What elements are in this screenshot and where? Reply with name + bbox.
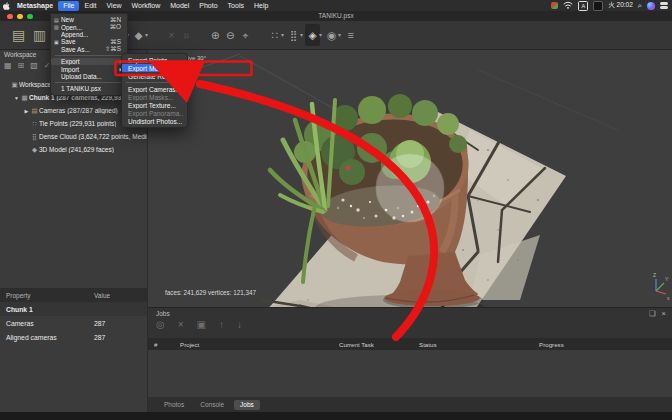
jobs-col-status: Status (413, 341, 533, 348)
export-submenu-item[interactable]: Export Model... (122, 64, 187, 72)
menubar-photo[interactable]: Photo (194, 1, 222, 11)
menu-item-shortcut: ⌘O (110, 23, 121, 31)
export-submenu-item[interactable]: Export Masks... (122, 93, 187, 101)
jobs-panel-title: Jobs (156, 310, 170, 317)
file-menu-item[interactable]: Save As... ⇧⌘S (51, 46, 127, 53)
open-folder-button[interactable]: ▥ (29, 24, 50, 46)
export-submenu-item[interactable]: Export Texture... (122, 101, 187, 109)
value-column-header: Value (94, 292, 110, 299)
file-menu-item[interactable]: Export ▶ (51, 58, 127, 65)
workspace-icon: ▣ (10, 81, 19, 89)
model-icon: ◆ (30, 146, 39, 154)
menu-item-label: Export Model... (128, 65, 183, 72)
menubar-clock[interactable]: 火 20:02 (608, 1, 633, 10)
menubar-app-name[interactable]: Metashape (12, 1, 58, 11)
dense-cloud-caret[interactable]: ▾ (298, 24, 305, 46)
menubar-workflow[interactable]: Workflow (127, 1, 166, 11)
menubar-view[interactable]: View (102, 1, 127, 11)
file-menu-item (55, 55, 123, 56)
import-button[interactable]: ▧ (30, 61, 38, 71)
navigation-trackball[interactable] (376, 154, 444, 222)
menu-item-icon: ▥ (54, 24, 61, 30)
property-value: 287 (94, 334, 105, 341)
tree-item[interactable]: ⣿ Dense Cloud (3,624,722 points, Medium … (0, 130, 147, 143)
zoom-in-button[interactable]: ⊕ (208, 24, 223, 46)
tree-expand-arrow[interactable]: ▼ (13, 95, 20, 101)
cancel-job-button[interactable]: × (178, 319, 184, 330)
file-menu-item[interactable]: Upload Data... (51, 73, 127, 80)
tree-expand-arrow[interactable]: ▶ (23, 108, 30, 114)
file-menu-item[interactable]: Import ▶ (51, 65, 127, 72)
spotlight-search-icon[interactable]: ⌕ (638, 1, 642, 11)
menu-item-label: Generate Report... (128, 73, 183, 80)
control-center-icon[interactable] (660, 2, 668, 9)
jobs-window-buttons: ❏× (649, 309, 666, 318)
menu-item-label: New (61, 16, 107, 23)
menu-item-label: Save (61, 38, 107, 45)
model-viewport[interactable]: Z Y x tive 30° faces: 241,629 vertices: … (148, 50, 672, 307)
tree-item-label: Tie Points (229,931 points) (39, 120, 116, 127)
delete-tool[interactable]: × (164, 24, 179, 46)
add-photos-button[interactable]: ⊞ (18, 61, 25, 71)
close-jobs-button[interactable]: × (662, 309, 666, 318)
menubar-edit[interactable]: Edit (79, 1, 101, 11)
property-name: Aligned cameras (0, 334, 94, 341)
chunk-icon: ▦ (20, 94, 29, 102)
texture-view-caret[interactable]: ▾ (336, 24, 343, 46)
menu-item-label: Import (61, 66, 115, 73)
zoom-out-button[interactable]: ⊖ (223, 24, 238, 46)
property-panel-header: Property Value (0, 289, 147, 302)
point-cloud-caret[interactable]: ▾ (279, 24, 286, 46)
export-submenu-item[interactable]: Export Cameras... (122, 85, 187, 93)
menu-item-label: Export Panorama... (128, 110, 183, 117)
model-view-caret[interactable]: ▾ (317, 24, 324, 46)
move-job-down-button[interactable]: ↓ (237, 319, 242, 330)
export-submenu-item (126, 82, 183, 83)
viewport-overlay-fragment: tive 30° (186, 55, 206, 61)
move-object-caret[interactable]: ▾ (143, 24, 150, 46)
tree-item[interactable]: ◆ 3D Model (241,629 faces) (0, 143, 147, 156)
tree-item-label: 3D Model (241,629 faces) (39, 146, 114, 153)
siri-icon[interactable] (647, 2, 655, 10)
property-name: Cameras (0, 320, 94, 327)
resize-tool[interactable]: ⌗ (179, 24, 194, 46)
file-menu-item[interactable]: 1 TANIKU.psx (51, 85, 127, 92)
add-chunk-button[interactable]: ▦ (4, 61, 12, 71)
delete-job-button[interactable]: ▣ (197, 319, 206, 330)
bottom-tab[interactable]: Jobs (234, 400, 260, 410)
menubar-model[interactable]: Model (165, 1, 194, 11)
statusbar-app-icon[interactable] (551, 2, 558, 9)
bottom-tab[interactable]: Photos (158, 400, 190, 410)
bottom-tab[interactable]: Console (194, 400, 230, 410)
export-submenu-item[interactable]: Export Points (122, 56, 187, 64)
statusbar-dark-icon[interactable] (593, 1, 603, 11)
menu-item-label: Export Masks... (128, 94, 183, 101)
tree-item-label: Dense Cloud (3,624,722 points, Medium qu… (39, 133, 147, 140)
window-bottom-edge (0, 412, 672, 420)
new-document-button[interactable]: ▤ (8, 24, 29, 46)
menu-item-label: 1 TANIKU.psx (61, 85, 118, 92)
menubar-file[interactable]: File (58, 1, 79, 11)
menu-item-shortcut: ⇧⌘S (105, 45, 121, 53)
apple-menu-icon[interactable] (0, 1, 12, 11)
pause-job-button[interactable]: ◎ (156, 319, 165, 330)
fit-view-button[interactable]: ⌖ (238, 24, 253, 46)
export-submenu-item[interactable]: Generate Report... (122, 72, 187, 80)
jobs-col-current-task: Current Task (333, 341, 413, 348)
property-name: Chunk 1 (0, 306, 94, 313)
menu-item-label: Upload Data... (61, 73, 118, 80)
file-menu-item[interactable]: ▥ Open... ⌘O (51, 23, 127, 30)
menu-item-label: Export Points (128, 57, 183, 64)
tiled-model-view-button[interactable]: ≡ (343, 24, 358, 46)
export-submenu-item[interactable]: Undistort Photos... (122, 117, 187, 125)
menubar-tools[interactable]: Tools (223, 1, 249, 11)
input-source-icon[interactable]: A (578, 1, 588, 11)
menubar-help[interactable]: Help (249, 1, 273, 11)
move-job-up-button[interactable]: ↑ (219, 319, 224, 330)
folder-icon: ▤ (30, 107, 39, 115)
wifi-icon[interactable] (563, 1, 573, 10)
Chunk 1: Chunk 1 (0, 302, 147, 316)
jobs-toolbar: ◎×▣↑↓ (156, 319, 242, 330)
export-submenu-item[interactable]: Export Panorama... (122, 109, 187, 117)
undock-jobs-button[interactable]: ❏ (649, 309, 656, 318)
